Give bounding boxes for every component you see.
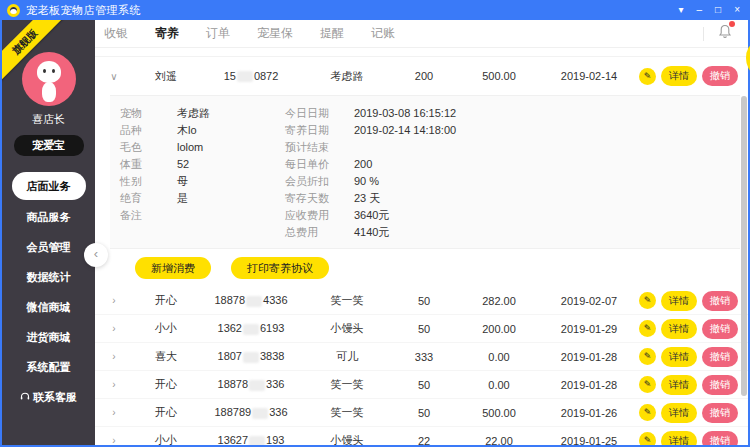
sidebar-item-4[interactable]: 数据统计 [2, 262, 95, 292]
sidebar-collapse-handle[interactable]: ‹ [84, 243, 108, 267]
phone-mask [243, 352, 259, 363]
detail-label: 宠物 [120, 105, 164, 122]
boarding-detail-panel: 宠物 考虑路 品种 木lo 毛色 lolom 体重 52 性别 母 绝育 是 备… [110, 95, 740, 249]
store-name-badge[interactable]: 宠爱宝 [14, 135, 84, 156]
edit-pencil-button[interactable]: ✎ [639, 320, 656, 337]
table-row[interactable]: › 开心 188789336 笑一笑 50 500.00 2019-01-26 … [95, 399, 748, 427]
owner-phone: 188784336 [199, 294, 303, 307]
pet-name: 考虑路 [303, 69, 391, 84]
unit-price: 333 [391, 351, 457, 363]
chevron-right-icon[interactable]: › [95, 351, 133, 362]
nav-tab-1[interactable]: 收银 [104, 25, 128, 42]
revoke-button[interactable]: 撤销 [702, 66, 738, 86]
edit-pencil-button[interactable]: ✎ [639, 404, 656, 421]
pet-name: 小馒头 [303, 321, 391, 336]
window-border-left [0, 20, 2, 447]
chevron-right-icon[interactable]: › [95, 435, 133, 445]
window-close-button[interactable]: × [734, 0, 740, 20]
date: 2019-01-29 [541, 323, 637, 335]
edit-pencil-button[interactable]: ✎ [639, 68, 656, 85]
table-row[interactable]: › 开心 18878336 笑一笑 50 0.00 2019-01-28 ✎ 详… [95, 371, 748, 399]
edit-pencil-button[interactable]: ✎ [639, 376, 656, 393]
chevron-down-icon[interactable]: ∨ [95, 71, 133, 82]
sidebar-item-6[interactable]: 进货商城 [2, 322, 95, 352]
revoke-button[interactable]: 撤销 [702, 347, 738, 367]
sidebar-item-1[interactable]: 店面业务 [12, 172, 86, 200]
add-consumption-button[interactable]: 新增消费 [135, 257, 211, 279]
avatar[interactable] [22, 52, 76, 106]
detail-value: 90 % [354, 173, 379, 190]
detail-value: 4140元 [354, 224, 389, 241]
nav-tab-3[interactable]: 订单 [206, 25, 230, 42]
details-button[interactable]: 详情 [661, 291, 697, 311]
revoke-button[interactable]: 撤销 [702, 319, 738, 339]
revoke-button[interactable]: 撤销 [702, 375, 738, 395]
window-minimize-button[interactable]: – [697, 0, 703, 20]
date: 2019-01-28 [541, 351, 637, 363]
detail-field: 绝育 是 [120, 190, 285, 207]
table-row[interactable]: › 喜大 18073838 可儿 333 0.00 2019-01-28 ✎ 详… [95, 343, 748, 371]
edit-pencil-button[interactable]: ✎ [639, 348, 656, 365]
sidebar-item-3[interactable]: 会员管理 [2, 232, 95, 262]
chevron-right-icon[interactable]: › [95, 407, 133, 418]
phone-mask [246, 296, 262, 307]
table-row[interactable]: › 小小 13626193 小馒头 50 200.00 2019-01-29 ✎… [95, 315, 748, 343]
edit-pencil-button[interactable]: ✎ [639, 292, 656, 309]
nav-tabs: 收银寄养订单宠星保提醒记账 [95, 25, 395, 42]
detail-label: 会员折扣 [285, 173, 341, 190]
amount: 200.00 [457, 323, 541, 335]
details-button[interactable]: 详情 [661, 66, 697, 86]
details-button[interactable]: 详情 [661, 347, 697, 367]
window-maximize-button[interactable]: □ [715, 0, 721, 20]
detail-value: 是 [177, 190, 188, 207]
detail-label: 毛色 [120, 139, 164, 156]
edit-pencil-button[interactable]: ✎ [639, 432, 656, 445]
owner-name: 喜大 [133, 349, 199, 364]
detail-label: 寄养日期 [285, 122, 341, 139]
sidebar-item-7[interactable]: 系统配置 [2, 352, 95, 382]
owner-name: 刘遥 [133, 69, 199, 84]
details-button[interactable]: 详情 [661, 403, 697, 423]
window-dropdown-icon[interactable]: ▾ [679, 0, 684, 20]
avatar-cartoon [42, 82, 56, 102]
nav-divider [703, 27, 704, 41]
sidebar-item-8[interactable]: 联系客服 [2, 382, 95, 412]
detail-label: 预计结束 [285, 139, 341, 156]
owner-name: 开心 [133, 377, 199, 392]
pet-name: 小馒头 [303, 433, 391, 445]
detail-value: 2019-02-14 14:18:00 [354, 122, 456, 139]
revoke-button[interactable]: 撤销 [702, 291, 738, 311]
detail-field: 预计结束 [285, 139, 456, 156]
revoke-button[interactable]: 撤销 [702, 431, 738, 446]
nav-tab-5[interactable]: 提醒 [320, 25, 344, 42]
detail-right-column: 今日日期 2019-03-08 16:15:12 寄养日期 2019-02-14… [285, 105, 456, 241]
notification-bell-icon[interactable] [718, 24, 732, 43]
detail-value: 考虑路 [177, 105, 210, 122]
nav-tab-4[interactable]: 宠星保 [257, 25, 293, 42]
vertical-scrollbar[interactable] [741, 96, 747, 396]
detail-label: 备注 [120, 207, 164, 224]
app-logo-icon [7, 4, 20, 17]
chevron-right-icon[interactable]: › [95, 295, 133, 306]
revoke-button[interactable]: 撤销 [702, 403, 738, 423]
nav-tab-2[interactable]: 寄养 [155, 25, 179, 42]
amount: 0.00 [457, 379, 541, 391]
chevron-right-icon[interactable]: › [95, 379, 133, 390]
table-row-expanded[interactable]: ∨ 刘遥 150872 考虑路 200 500.00 2019-02-14 ✎ … [95, 57, 748, 95]
nav-tab-6[interactable]: 记账 [371, 25, 395, 42]
detail-label: 绝育 [120, 190, 164, 207]
detail-field: 备注 [120, 207, 285, 224]
details-button[interactable]: 详情 [661, 375, 697, 395]
headset-icon [20, 392, 30, 402]
table-row[interactable]: › 开心 188784336 笑一笑 50 282.00 2019-02-07 … [95, 287, 748, 315]
details-button[interactable]: 详情 [661, 431, 697, 446]
owner-phone: 13627193 [199, 434, 303, 445]
chevron-right-icon[interactable]: › [95, 323, 133, 334]
details-button[interactable]: 详情 [661, 319, 697, 339]
sidebar-item-5[interactable]: 微信商城 [2, 292, 95, 322]
print-boarding-agreement-button[interactable]: 打印寄养协议 [231, 257, 329, 279]
amount: 500.00 [457, 70, 541, 82]
main-content: ∨ 刘遥 150872 考虑路 200 500.00 2019-02-14 ✎ … [95, 48, 748, 445]
table-row[interactable]: › 小小 13627193 小馒头 22 22.00 2019-01-25 ✎ … [95, 427, 748, 445]
sidebar-item-2[interactable]: 商品服务 [2, 202, 95, 232]
